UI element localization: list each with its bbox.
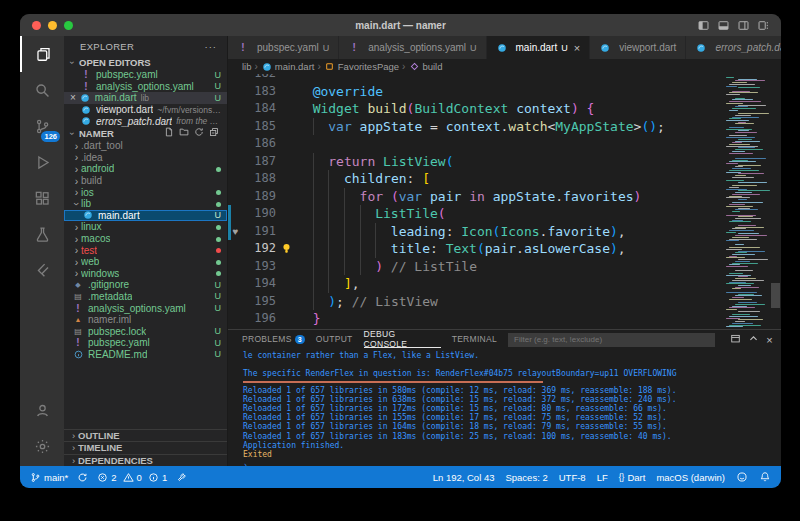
open-editor-item[interactable]: errors_patch.dartfrom the SDK [64,115,227,127]
method-symbol-icon [408,61,420,72]
section-dependencies[interactable]: ›DEPENDENCIES [64,454,227,467]
breadcrumb-item-main.dart[interactable]: main.dart [261,61,315,72]
tree-file-README.md[interactable]: README.mdU [64,349,227,361]
notifications-bell-icon[interactable] [759,471,771,483]
new-folder-icon[interactable] [179,127,189,139]
debug-console-output[interactable]: le container rather than a Flex, like a … [228,348,781,466]
tree-file-.gitignore[interactable]: ◆.gitignoreU [64,279,227,291]
git-status-dot [216,202,221,207]
encoding-status[interactable]: UTF-8 [559,472,586,483]
toggle-primary-sidebar-icon[interactable] [698,20,709,31]
feedback-icon[interactable] [736,471,748,483]
open-editor-item[interactable]: !pubspec.yamlU [64,69,227,81]
tree-file-analysis_options.yaml[interactable]: !analysis_options.yamlU [64,302,227,314]
indentation-status[interactable]: Spaces: 2 [505,472,547,483]
git-status-dot [216,190,221,195]
console-filter-input[interactable] [508,333,715,347]
git-status-badge: U [211,303,222,313]
tree-file-pubspec.lock[interactable]: ▤pubspec.lockU [64,325,227,337]
activity-flutter-icon[interactable] [20,252,64,288]
activity-explorer-icon[interactable] [20,36,64,72]
open-editor-item[interactable]: !analysis_options.yamlU [64,81,227,93]
collapse-folders-icon[interactable] [209,127,219,139]
activity-source-control-icon[interactable]: 126 [20,108,64,144]
readme-info-icon [72,349,84,360]
breadcrumb-item-FavoritesPage[interactable]: FavoritesPage [324,61,399,72]
panel-tab-debug-console[interactable]: DEBUG CONSOLE [364,331,441,348]
tree-folder-.dart_tool[interactable]: ›.dart_tool [64,140,227,152]
tree-folder-macos[interactable]: ›macos [64,233,227,245]
breadcrumb-item-lib[interactable]: lib [242,61,252,72]
breadcrumb-item-build[interactable]: build [408,61,442,72]
tree-folder-build[interactable]: ›build [64,175,227,187]
section-outline[interactable]: ›OUTLINE [64,429,227,442]
tree-folder-android[interactable]: ›android [64,163,227,175]
tree-folder-lib[interactable]: ›lib [64,198,227,210]
activity-search-icon[interactable] [20,72,64,108]
minimize-window-button[interactable] [48,21,57,30]
panel-views-icon[interactable] [730,333,741,346]
new-file-icon[interactable] [164,127,174,139]
cursor-position[interactable]: Ln 192, Col 43 [433,472,495,483]
branch-status-item[interactable]: main* [30,472,68,483]
toggle-secondary-sidebar-icon[interactable] [738,20,749,31]
tree-item-label: pubspec.lock [88,326,146,337]
sync-button[interactable] [77,472,88,483]
zoom-window-button[interactable] [64,21,73,30]
tab-main.dart[interactable]: main.dartU× [487,36,591,59]
tree-folder-ios[interactable]: ›ios [64,186,227,198]
close-panel-icon[interactable]: × [766,334,773,346]
eol-status[interactable]: LF [597,472,608,483]
explorer-more-actions-icon[interactable]: ··· [205,41,218,52]
console-line [243,360,781,369]
device-selector[interactable]: macOS (darwin) [656,472,725,483]
close-window-button[interactable] [32,21,41,30]
close-tab-icon[interactable]: × [574,42,580,54]
project-section-header[interactable]: ›NAMER [64,127,227,140]
tab-pubspec.yaml[interactable]: !pubspec.yamlU [228,36,339,59]
settings-gear-icon[interactable] [20,428,64,464]
tree-folder-web[interactable]: ›web [64,256,227,268]
tree-folder-.idea[interactable]: ›.idea [64,152,227,164]
editor-scrollbar[interactable] [770,74,781,329]
devtools-icon[interactable] [176,472,187,483]
chevron-right-icon: › [72,151,81,163]
scrollbar-thumb[interactable] [771,283,780,308]
tree-file-pubspec.yaml[interactable]: !pubspec.yamlU [64,337,227,349]
panel-tab-output[interactable]: OUTPUT [316,331,353,348]
maximize-panel-icon[interactable] [748,333,759,346]
account-icon[interactable] [20,392,64,428]
tree-file-namer.iml[interactable]: ▲namer.iml [64,314,227,326]
open-editor-item[interactable]: ×main.dartlibU [64,92,227,104]
bottom-panel: PROBLEMS3OUTPUTDEBUG CONSOLETERMINAL × l… [228,329,781,466]
language-mode[interactable]: {} Dart [619,472,646,483]
refresh-explorer-icon[interactable] [194,127,204,139]
customize-layout-icon[interactable] [758,20,769,31]
editor-group: !pubspec.yamlU!analysis_options.yamlUmai… [228,36,781,466]
toggle-panel-icon[interactable] [718,20,729,31]
tree-folder-windows[interactable]: ›windows [64,268,227,280]
section-timeline[interactable]: ›TIMELINE [64,441,227,454]
activity-run-debug-icon[interactable] [20,144,64,180]
tree-file-.metadata[interactable]: ▤.metadataU [64,291,227,303]
chevron-right-icon: › [72,140,81,152]
line-number: 186 [243,135,276,153]
git-status-badge: U [211,349,222,359]
open-editors-header[interactable]: ›OPEN EDITORS [64,56,227,69]
tab-analysis_options.yaml[interactable]: !analysis_options.yamlU [339,36,486,59]
minimap[interactable] [723,74,770,329]
open-editor-item[interactable]: viewport.dart~/fvm/versions/stable/packa… [64,104,227,116]
problems-status-item[interactable]: 2 0 1 [97,472,167,483]
code-editor[interactable]: 182183@override184Widget build(BuildCont… [228,74,723,329]
tab-viewport.dart[interactable]: viewport.dart [590,36,686,59]
tree-folder-test[interactable]: ›test [64,244,227,256]
activity-extensions-icon[interactable] [20,180,64,216]
class-symbol-icon [324,61,336,72]
tab-errors_patch.dart[interactable]: errors_patch.dart [686,36,781,59]
panel-tab-terminal[interactable]: TERMINAL [452,331,497,348]
tree-file-main.dart[interactable]: main.dartU [64,210,227,222]
panel-tab-problems[interactable]: PROBLEMS3 [242,331,305,348]
tree-folder-linux[interactable]: ›linux [64,221,227,233]
close-editor-icon[interactable]: × [70,92,76,103]
activity-testing-icon[interactable] [20,216,64,252]
